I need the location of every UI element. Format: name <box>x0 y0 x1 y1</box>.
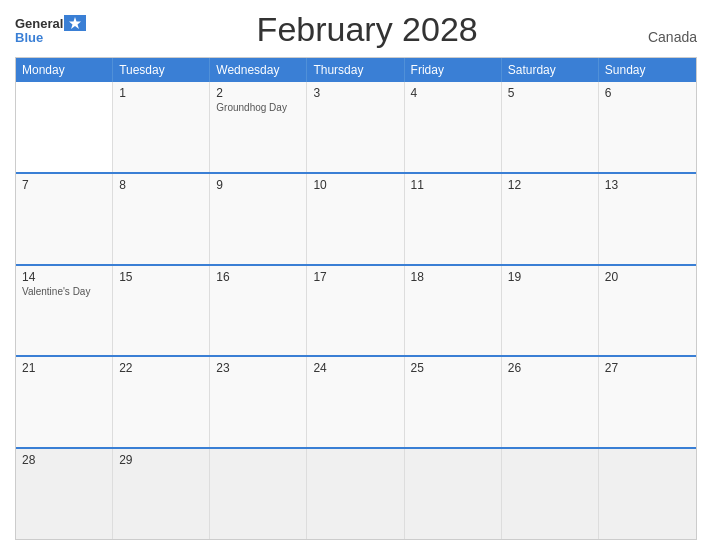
day-cell-28: 28 <box>16 449 113 539</box>
day-cell-17: 17 <box>307 266 404 356</box>
day-number: 15 <box>119 270 203 284</box>
country-label: Canada <box>648 29 697 49</box>
logo: General Blue <box>15 15 86 44</box>
day-cell-4: 4 <box>405 82 502 172</box>
day-cell-7: 7 <box>16 174 113 264</box>
day-header-wednesday: Wednesday <box>210 58 307 82</box>
day-cell-11: 11 <box>405 174 502 264</box>
day-cell-22: 22 <box>113 357 210 447</box>
day-cell-empty <box>599 449 696 539</box>
day-number: 25 <box>411 361 495 375</box>
day-cell-empty <box>405 449 502 539</box>
day-cell-27: 27 <box>599 357 696 447</box>
logo-general-text: General <box>15 17 63 30</box>
day-cell-26: 26 <box>502 357 599 447</box>
day-cell-23: 23 <box>210 357 307 447</box>
day-cell-9: 9 <box>210 174 307 264</box>
day-number: 10 <box>313 178 397 192</box>
day-cell-2: 2Groundhog Day <box>210 82 307 172</box>
calendar-title: February 2028 <box>86 10 648 49</box>
event-label: Groundhog Day <box>216 102 300 113</box>
day-number: 8 <box>119 178 203 192</box>
calendar-grid: MondayTuesdayWednesdayThursdayFridaySatu… <box>15 57 697 540</box>
day-number: 5 <box>508 86 592 100</box>
day-header-saturday: Saturday <box>502 58 599 82</box>
day-number: 17 <box>313 270 397 284</box>
day-cell-8: 8 <box>113 174 210 264</box>
day-header-thursday: Thursday <box>307 58 404 82</box>
week-row-2: 14Valentine's Day151617181920 <box>16 264 696 356</box>
day-cell-6: 6 <box>599 82 696 172</box>
day-cell-14: 14Valentine's Day <box>16 266 113 356</box>
day-number: 6 <box>605 86 690 100</box>
weeks-container: 12Groundhog Day34567891011121314Valentin… <box>16 82 696 539</box>
day-cell-empty <box>502 449 599 539</box>
day-cell-12: 12 <box>502 174 599 264</box>
calendar-page: General Blue February 2028 Canada Monday… <box>0 0 712 550</box>
day-number: 26 <box>508 361 592 375</box>
day-header-sunday: Sunday <box>599 58 696 82</box>
logo-blue-text: Blue <box>15 31 43 44</box>
event-label: Valentine's Day <box>22 286 106 297</box>
week-row-0: 12Groundhog Day3456 <box>16 82 696 172</box>
day-number: 4 <box>411 86 495 100</box>
day-number: 20 <box>605 270 690 284</box>
day-cell-20: 20 <box>599 266 696 356</box>
day-cell-empty <box>210 449 307 539</box>
day-cell-3: 3 <box>307 82 404 172</box>
day-number: 13 <box>605 178 690 192</box>
day-number: 14 <box>22 270 106 284</box>
day-header-friday: Friday <box>405 58 502 82</box>
day-number: 24 <box>313 361 397 375</box>
day-number: 7 <box>22 178 106 192</box>
header: General Blue February 2028 Canada <box>15 10 697 49</box>
day-number: 18 <box>411 270 495 284</box>
day-header-monday: Monday <box>16 58 113 82</box>
day-number: 29 <box>119 453 203 467</box>
day-cell-29: 29 <box>113 449 210 539</box>
day-number: 3 <box>313 86 397 100</box>
day-number: 28 <box>22 453 106 467</box>
day-cell-13: 13 <box>599 174 696 264</box>
day-number: 23 <box>216 361 300 375</box>
day-cell-19: 19 <box>502 266 599 356</box>
day-cell-5: 5 <box>502 82 599 172</box>
day-cell-1: 1 <box>113 82 210 172</box>
day-number: 2 <box>216 86 300 100</box>
day-cell-18: 18 <box>405 266 502 356</box>
logo-flag-icon <box>64 15 86 31</box>
day-headers-row: MondayTuesdayWednesdayThursdayFridaySatu… <box>16 58 696 82</box>
day-cell-21: 21 <box>16 357 113 447</box>
day-number: 12 <box>508 178 592 192</box>
day-cell-empty <box>16 82 113 172</box>
day-number: 16 <box>216 270 300 284</box>
day-number: 22 <box>119 361 203 375</box>
day-cell-16: 16 <box>210 266 307 356</box>
day-number: 21 <box>22 361 106 375</box>
week-row-1: 78910111213 <box>16 172 696 264</box>
day-cell-empty <box>307 449 404 539</box>
day-cell-15: 15 <box>113 266 210 356</box>
day-number: 27 <box>605 361 690 375</box>
day-header-tuesday: Tuesday <box>113 58 210 82</box>
day-number: 19 <box>508 270 592 284</box>
day-number: 1 <box>119 86 203 100</box>
day-number: 9 <box>216 178 300 192</box>
day-cell-24: 24 <box>307 357 404 447</box>
day-cell-10: 10 <box>307 174 404 264</box>
week-row-3: 21222324252627 <box>16 355 696 447</box>
day-cell-25: 25 <box>405 357 502 447</box>
week-row-4: 2829 <box>16 447 696 539</box>
day-number: 11 <box>411 178 495 192</box>
